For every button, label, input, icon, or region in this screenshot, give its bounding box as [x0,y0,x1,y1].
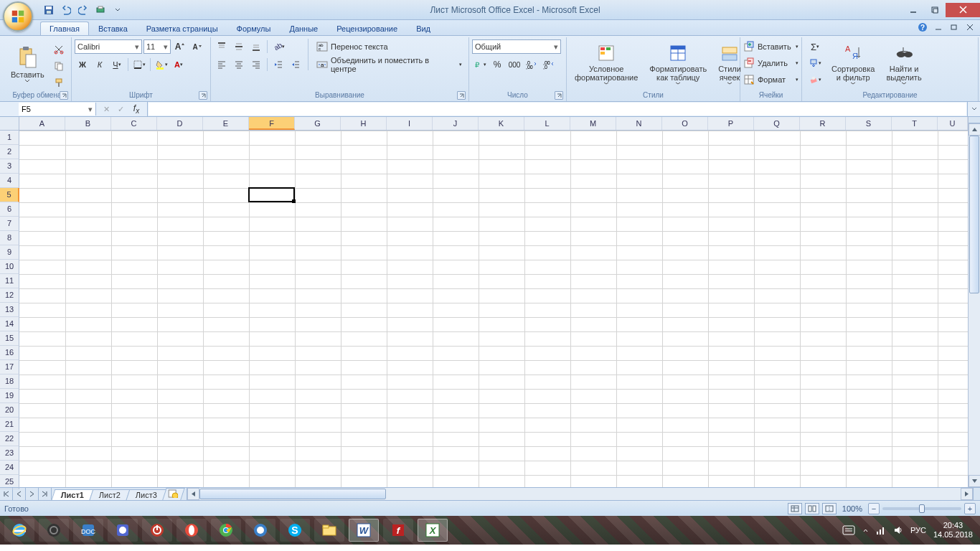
taskbar-chrome-icon[interactable] [211,519,241,542]
column-header[interactable]: C [111,117,157,130]
mdi-minimize-icon[interactable] [933,22,944,33]
row-header[interactable]: 3 [0,159,19,174]
column-header[interactable]: O [662,117,708,130]
column-header[interactable]: P [708,117,754,130]
sheet-tab[interactable]: Лист2 [90,489,131,500]
zoom-out-icon[interactable]: − [868,503,880,514]
font-size-combo[interactable]: 11▾ [143,39,171,54]
tray-expand-icon[interactable] [862,525,869,535]
column-header[interactable]: N [616,117,662,130]
tray-network-icon[interactable] [876,525,886,535]
row-header[interactable]: 25 [0,475,19,489]
row-header[interactable]: 6 [0,202,19,217]
taskbar-excel-icon[interactable]: X [418,519,448,542]
row-header[interactable]: 16 [0,346,19,360]
page-break-view-icon[interactable] [822,503,837,514]
column-header[interactable]: K [479,117,524,130]
taskbar-explorer-icon[interactable] [314,519,344,542]
column-header[interactable]: U [938,117,968,130]
select-all-corner[interactable] [0,117,19,131]
prev-sheet-icon[interactable] [13,488,26,500]
format-painter-icon[interactable] [51,75,67,90]
row-header[interactable]: 23 [0,446,19,461]
tab-вид[interactable]: Вид [407,22,440,35]
maximize-button[interactable] [924,3,946,17]
align-bottom-icon[interactable] [248,39,264,55]
tab-рецензирование[interactable]: Рецензирование [327,22,407,35]
column-header[interactable]: S [846,117,892,130]
copy-icon[interactable] [51,58,67,74]
taskbar-app1-icon[interactable] [39,519,69,542]
number-format-combo[interactable]: Общий▾ [472,39,561,54]
tray-clock[interactable]: 20:4314.05.2018 [933,521,973,540]
taskbar-flash-icon[interactable]: f [383,519,413,542]
grow-font-icon[interactable]: A [172,39,188,55]
column-header[interactable]: B [65,117,111,130]
taskbar-app4-icon[interactable] [245,519,275,542]
fill-icon[interactable]: ▾ [805,55,825,71]
row-header[interactable]: 19 [0,389,19,403]
column-header[interactable]: F [249,117,295,130]
autosum-icon[interactable]: Σ▾ [805,39,825,55]
row-header[interactable]: 11 [0,274,19,288]
row-header[interactable]: 8 [0,231,19,245]
tab-вставка[interactable]: Вставка [89,22,137,35]
column-header[interactable]: E [203,117,249,130]
bold-button[interactable]: Ж [75,57,90,72]
comma-format-icon[interactable]: 000 [507,57,522,72]
row-header[interactable]: 21 [0,418,19,432]
align-middle-icon[interactable] [231,39,247,55]
qat-customize-icon[interactable] [110,3,125,17]
sheet-tab[interactable]: Лист3 [126,489,167,500]
align-right-icon[interactable] [248,57,264,72]
sheet-tab[interactable]: Лист1 [52,489,94,500]
name-box-input[interactable] [22,105,72,113]
increase-decimal-icon[interactable]: ,0,00 [524,57,540,72]
decrease-decimal-icon[interactable]: ,00,0 [541,57,557,72]
insert-function-icon[interactable]: fx [128,101,144,117]
number-launcher-icon[interactable] [555,91,563,100]
mdi-restore-icon[interactable] [948,22,960,33]
row-header[interactable]: 13 [0,303,19,317]
normal-view-icon[interactable] [788,503,802,514]
taskbar-power-icon[interactable] [142,519,172,542]
sort-filter-button[interactable]: АЯСортировка и фильтр [826,39,880,89]
redo-icon[interactable] [76,3,90,17]
tab-данные[interactable]: Данные [280,22,327,35]
find-select-button[interactable]: Найти и выделить [881,39,926,89]
taskbar-app3-icon[interactable] [108,519,138,542]
first-sheet-icon[interactable] [0,488,13,500]
row-header[interactable]: 12 [0,288,19,303]
close-button[interactable] [946,3,980,17]
next-sheet-icon[interactable] [26,488,39,500]
row-header[interactable]: 5 [0,188,19,202]
zoom-slider[interactable] [882,507,961,510]
italic-button[interactable]: К [92,57,108,72]
row-header[interactable]: 24 [0,461,19,475]
office-button[interactable] [3,1,33,32]
taskbar-ie-icon[interactable] [4,519,34,542]
borders-icon[interactable]: ▾ [131,57,147,72]
delete-cells-button[interactable]: Удалить▾ [743,55,798,71]
shrink-font-icon[interactable]: A [189,39,205,55]
formula-input[interactable] [149,103,966,116]
taskbar-app2-icon[interactable]: DOC [73,519,103,542]
tab-формулы[interactable]: Формулы [227,22,281,35]
scroll-up-icon[interactable] [969,123,980,136]
column-header[interactable]: D [157,117,203,130]
underline-button[interactable]: Ч▾ [109,57,125,72]
accounting-format-icon[interactable]: ₽▾ [472,57,488,72]
row-header[interactable]: 14 [0,317,19,331]
row-header[interactable]: 9 [0,245,19,260]
last-sheet-icon[interactable] [39,488,52,500]
row-header[interactable]: 17 [0,360,19,375]
align-center-icon[interactable] [231,57,247,72]
zoom-level[interactable]: 100% [842,504,862,513]
column-header[interactable]: Q [754,117,800,130]
vertical-scrollbar[interactable] [968,117,980,487]
alignment-launcher-icon[interactable] [457,91,466,100]
font-launcher-icon[interactable] [199,91,207,100]
save-icon[interactable] [42,3,56,17]
scroll-left-icon[interactable] [187,488,199,500]
scroll-right-icon[interactable] [961,488,973,500]
